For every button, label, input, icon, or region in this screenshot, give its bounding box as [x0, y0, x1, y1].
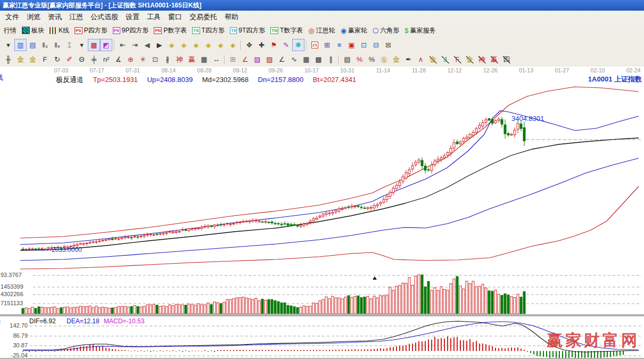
channel-line-md — [20, 138, 639, 250]
peak-price-annotation: 3404.8301 — [511, 115, 544, 123]
symbol-label[interactable]: 1A0001 上证指数 — [588, 75, 642, 84]
macd-value: MACD=-10.53 — [104, 317, 144, 325]
dif-value: DIF=6.92 — [29, 317, 56, 325]
start-price-annotation: 2033.0000 — [52, 246, 82, 254]
indicator-md-value: Md=2302.5968 — [202, 76, 249, 84]
volume-axis-label-1: 93.3767 — [1, 272, 22, 278]
indicator-bt-value: Bt=2027.4341 — [313, 76, 356, 84]
channel-line-bt — [20, 186, 639, 269]
volume-axis-label-4: 7151133 — [1, 300, 23, 306]
volume-marker-triangle — [373, 276, 377, 280]
indicator-name[interactable]: 极反通道 — [56, 76, 84, 84]
volume-bars — [22, 275, 525, 314]
candlestick-series — [22, 117, 525, 251]
clipped-macd-left-label: ) — [0, 317, 1, 325]
indicator-up-value: Up=2408.8039 — [147, 76, 193, 84]
kline-chart-canvas[interactable] — [0, 0, 644, 359]
channel-line-up — [20, 111, 639, 244]
volume-axis-label-3: 4302266 — [1, 291, 23, 297]
dea-value: DEA=12.18 — [67, 317, 100, 325]
macd-axis-label-2: 86.79 — [1, 332, 28, 339]
macd-axis-label-3: 30.87 — [1, 342, 28, 348]
indicator-tp-value: Tp=2503.1931 — [93, 76, 138, 84]
channel-lines — [20, 87, 639, 269]
clipped-left-label: 线 — [0, 73, 3, 83]
indicator-dn-value: Dn=2157.8800 — [258, 76, 304, 84]
indicator-header: 极反通道 Tp=2503.1931 Up=2408.8039 Md=2302.5… — [56, 75, 364, 85]
macd-axis-label-1: 142.70 — [1, 322, 28, 329]
application-window: 赢家江恩专业版[赢家内部服务平台] - [上证指数 SH1A0001-165日K… — [0, 0, 644, 359]
pane-separator — [0, 314, 644, 316]
watermark: 赢家财富网 — [547, 330, 640, 352]
volume-axis-label-2: 1453399 — [1, 283, 23, 290]
